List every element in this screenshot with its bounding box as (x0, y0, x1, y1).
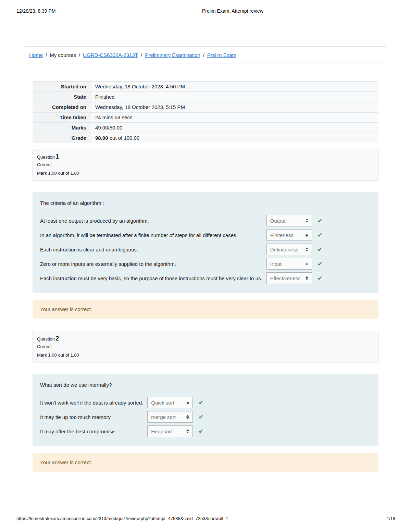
question-feedback: Your answer is correct. (33, 300, 378, 319)
breadcrumb-separator: / (203, 52, 204, 58)
breadcrumb-link[interactable]: Preliminary Examination (145, 52, 200, 58)
summary-value-strong: 98.00 (95, 135, 108, 141)
match-answer-cell: Definiteness ✔ (266, 244, 323, 255)
question-heading: Question1 (37, 153, 374, 160)
breadcrumb: Home / My courses / UGRD-CS6302A-2313T /… (25, 46, 386, 63)
answer-select[interactable]: Quick sort (147, 397, 193, 408)
attempt-review-panel: Started on Wednesday, 18 October 2023, 4… (25, 72, 386, 512)
select-arrow-icon (186, 429, 189, 433)
answer-select[interactable]: Definiteness (266, 244, 312, 255)
print-date: 12/20/23, 8:39 PM (16, 8, 55, 14)
breadcrumb-link[interactable]: UGRD-CS6302A-2313T (83, 52, 138, 58)
summary-value: 98.00 out of 100.00 (91, 133, 378, 143)
match-answer-cell: Effectiveness ✔ (266, 272, 323, 284)
match-answer-cell: Output ✔ (266, 215, 323, 226)
match-row: It may tie up too much memory merge sort… (40, 411, 203, 423)
match-statement: Each instruction must be very basic, so … (40, 272, 266, 284)
selected-answer: Heapsort (151, 429, 172, 434)
match-statement: Each instruction is clear and unambiguou… (40, 244, 266, 255)
match-statement: Zero or more inputs are externally suppl… (40, 258, 266, 270)
question-state: Correct (37, 162, 374, 167)
print-title: Prelim Exam: Attempt review (202, 8, 263, 14)
answer-select[interactable]: Input (266, 258, 312, 270)
breadcrumb-item: Prelim Exam / (207, 52, 236, 58)
breadcrumb-item: UGRD-CS6302A-2313T / (83, 52, 145, 58)
question-mark: Mark 1.00 out of 1.00 (37, 352, 374, 358)
breadcrumb-link[interactable]: Home (29, 52, 43, 58)
breadcrumb-link: My courses (50, 52, 76, 58)
question-prompt: The criteria of an algorithm : (40, 200, 371, 206)
summary-row: Marks 49.00/50.00 (33, 122, 378, 133)
breadcrumb-separator: / (79, 52, 80, 58)
select-arrow-icon (305, 233, 309, 237)
match-row: Each instruction must be very basic, so … (40, 272, 322, 284)
question-info-box: Question1 Correct Mark 1.00 out of 1.00 (33, 149, 378, 181)
answer-select[interactable]: Effectiveness (266, 272, 312, 284)
summary-label: State (33, 92, 91, 102)
selected-answer: Quick sort (151, 400, 174, 406)
summary-value: 49.00/50.00 (91, 123, 378, 133)
summary-label: Grade (33, 133, 91, 143)
correct-check-icon: ✔ (317, 218, 322, 224)
match-answer-cell: Heapsort ✔ (147, 425, 203, 437)
match-row: At least one output is produced by an al… (40, 215, 322, 226)
footer-url: https://trimestralexam.amaesonline.com/2… (16, 516, 228, 521)
answer-select[interactable]: Output (266, 215, 312, 226)
breadcrumb-item: Home / (29, 52, 50, 58)
question-info-box: Question2 Correct Mark 1.00 out of 1.00 (33, 331, 378, 362)
correct-check-icon: ✔ (317, 275, 322, 282)
summary-value: Finished (91, 92, 378, 102)
correct-check-icon: ✔ (199, 399, 203, 406)
question-feedback: Your answer is correct. (33, 453, 378, 472)
correct-check-icon: ✔ (199, 428, 203, 435)
answer-select[interactable]: Finiteness (266, 229, 312, 241)
summary-row: Grade 98.00 out of 100.00 (33, 133, 378, 143)
select-arrow-icon (305, 219, 309, 223)
summary-value-text: Wednesday, 18 October 2023, 5:15 PM (95, 104, 185, 110)
summary-row: State Finished (33, 91, 378, 102)
correct-check-icon: ✔ (317, 246, 322, 253)
summary-label: Completed on (33, 102, 91, 112)
selected-answer: Effectiveness (270, 275, 301, 281)
feedback-text: Your answer is correct. (40, 459, 92, 465)
summary-label: Time taken (33, 113, 91, 122)
correct-check-icon: ✔ (317, 261, 322, 267)
breadcrumb-link[interactable]: Prelim Exam (207, 52, 236, 58)
match-row: In an algorithm, it will be terminated a… (40, 229, 322, 241)
match-statement: At least one output is produced by an al… (40, 215, 266, 226)
question-number: 1 (55, 153, 59, 160)
selected-answer: Output (270, 218, 286, 224)
attempt-summary-table: Started on Wednesday, 18 October 2023, 4… (33, 81, 378, 143)
question-content-box: The criteria of an algorithm : At least … (33, 192, 378, 293)
match-answer-cell: merge sort ✔ (147, 411, 203, 423)
selected-answer: merge sort (151, 414, 176, 420)
question-content-box: What sort do we use internally? It won't… (33, 374, 378, 446)
summary-value-text: 24 mins 53 secs (95, 114, 132, 120)
question-prompt: What sort do we use internally? (40, 382, 371, 388)
summary-row: Started on Wednesday, 18 October 2023, 4… (33, 81, 378, 91)
feedback-text: Your answer is correct. (40, 306, 92, 312)
summary-value: Wednesday, 18 October 2023, 5:15 PM (91, 102, 378, 112)
match-statement: It may offer the best compromise. (40, 425, 147, 437)
select-arrow-icon (186, 415, 189, 419)
match-row: It may offer the best compromise. Heapso… (40, 425, 203, 437)
question-block: Question2 Correct Mark 1.00 out of 1.00 … (33, 331, 378, 472)
summary-value: Wednesday, 18 October 2023, 4:50 PM (91, 82, 378, 91)
match-statement: In an algorithm, it will be terminated a… (40, 229, 266, 241)
answer-select[interactable]: Heapsort (147, 425, 193, 437)
summary-value-text: Finished (95, 94, 115, 100)
breadcrumb-separator: / (141, 52, 142, 58)
match-answer-cell: Input ✔ (266, 258, 323, 270)
match-row: Zero or more inputs are externally suppl… (40, 258, 322, 270)
selected-answer: Definiteness (270, 247, 299, 252)
match-answer-cell: Finiteness ✔ (266, 229, 323, 241)
summary-value: 24 mins 53 secs (91, 113, 378, 122)
select-arrow-icon (305, 247, 309, 251)
summary-row: Time taken 24 mins 53 secs (33, 112, 378, 122)
summary-value-text: out of 100.00 (108, 135, 140, 141)
selected-answer: Input (270, 261, 282, 267)
answer-select[interactable]: merge sort (147, 411, 193, 423)
question-label: Question (37, 154, 55, 160)
match-table: It won't work well if the data is alread… (40, 394, 203, 440)
match-table: At least one output is produced by an al… (40, 212, 322, 287)
